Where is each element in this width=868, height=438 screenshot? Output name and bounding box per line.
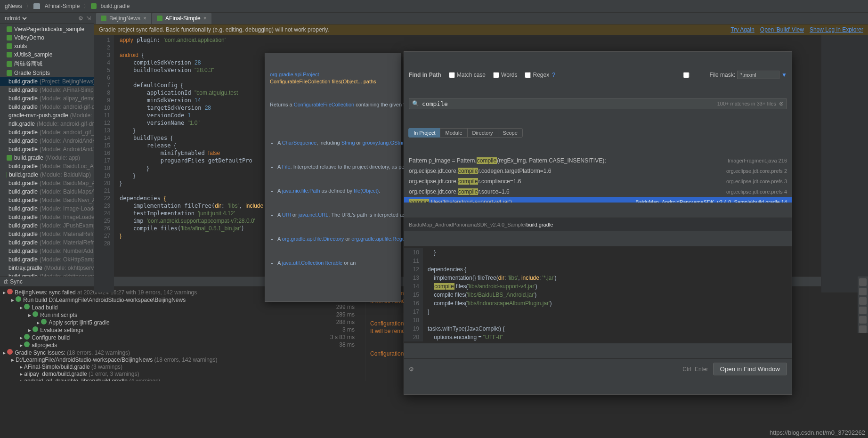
search-input[interactable] xyxy=(422,100,714,107)
results-list[interactable]: Pattern p_image = Pattern.compile(regEx_… xyxy=(404,155,792,203)
code-content[interactable]: apply plugin: 'com.android.application' … xyxy=(114,35,821,292)
try-again-link[interactable]: Try Again xyxy=(731,26,754,33)
tool-icon[interactable] xyxy=(859,288,867,295)
project-view-selector[interactable]: ndroid ⚙ ⇲ xyxy=(0,13,94,24)
gear-icon[interactable]: ⚙ xyxy=(78,15,83,22)
build-event-row[interactable]: ▸ Apply script ijinit5.gradle288 ms xyxy=(3,319,362,326)
open-find-window-button[interactable]: Open in Find Window xyxy=(713,363,787,375)
scope-in-project[interactable]: In Project xyxy=(408,128,440,138)
build-event-row[interactable]: ▸ allprojects38 ms xyxy=(3,341,362,349)
build-event-row[interactable]: ▸ Configure build3 s 83 ms xyxy=(3,334,362,341)
collapse-icon[interactable]: ⇲ xyxy=(86,15,91,22)
project-tree-item[interactable]: build.gradle (Module: BaiduMap) xyxy=(0,170,94,179)
project-tree-item[interactable]: build.gradle (Module: app) xyxy=(0,154,94,162)
close-icon[interactable]: × xyxy=(203,15,207,22)
tool-icon[interactable] xyxy=(859,325,867,333)
preview-pane[interactable]: 1011121314151617181920 } dependencies { … xyxy=(404,246,792,343)
sync-warning-text: Gradle project sync failed. Basic functi… xyxy=(99,26,329,33)
build-event-row[interactable]: ▸ Run init scripts289 ms xyxy=(3,311,362,319)
project-tree-item[interactable]: build.gradle (Module: MaterialRefresh xyxy=(0,230,94,238)
show-log-link[interactable]: Show Log in Explorer xyxy=(810,26,863,33)
build-event-row[interactable]: ▸ Gradle Sync Issues: (18 errors, 142 wa… xyxy=(3,349,362,357)
project-tree-item[interactable]: build.gradle (Module: NumberAddSub xyxy=(0,247,94,255)
project-tree-item[interactable]: build.gradle (Module: ImageLoader_lib xyxy=(0,213,94,221)
project-tree-item[interactable]: build.gradle (Module: AFinal-Simple) xyxy=(0,86,94,94)
project-tree-item[interactable]: build.gradle (Module: OkHttpSample) xyxy=(0,255,94,264)
project-tree-item[interactable]: Gradle Scripts xyxy=(0,69,94,77)
project-tree-item[interactable]: build.gradle (Module: BaiduMap_Andro xyxy=(0,179,94,187)
project-tree-item[interactable]: build.gradle (Module: MaterialRefresh xyxy=(0,238,94,247)
match-count: 100+ matches in 33+ files xyxy=(717,100,776,107)
search-result-row[interactable]: org.eclipse.jdt.core.compiler.compliance… xyxy=(404,176,792,187)
project-tree-item[interactable]: build.gradle (Module: AndroidAndJs) xyxy=(0,145,94,154)
success-icon xyxy=(24,304,30,309)
code-editor[interactable]: 1234567891011121314151617181920212223242… xyxy=(94,35,868,292)
search-result-row[interactable]: compile files('libs/android-support-v4.j… xyxy=(404,197,792,203)
gear-icon[interactable]: ⚙ xyxy=(409,365,414,373)
project-tree-item[interactable]: gradle-mvn-push.gradle (Module: and xyxy=(0,111,94,120)
bc-folder[interactable]: AFinal-Simple xyxy=(43,2,82,10)
filter-icon[interactable]: ▼ xyxy=(781,71,787,79)
doc-li: A java.nio.file.Path as defined by file(… xyxy=(277,187,396,195)
tool-icon[interactable] xyxy=(859,316,867,324)
breadcrumb: gNews 〉 AFinal-Simple 〉 build.gradle xyxy=(3,2,131,10)
scope-directory[interactable]: Directory xyxy=(467,128,498,138)
search-icon: 🔍 xyxy=(412,100,419,107)
clear-icon[interactable]: ⊗ xyxy=(779,100,784,107)
build-event-row[interactable]: ▸ alipay_demo/build.gradle (1 error, 3 w… xyxy=(3,371,362,378)
project-tree[interactable]: ViewPagerIndicator_sample VolleyDemo xut… xyxy=(0,24,94,276)
editor-tabs: BeijingNews× AFinal-Simple× xyxy=(94,13,868,24)
tool-icon[interactable] xyxy=(859,297,867,305)
build-event-row[interactable]: ▸ android_gif_drawable_library/build.gra… xyxy=(3,378,362,381)
project-tree-item[interactable]: build.gradle (Module: android-gif-draw xyxy=(0,103,94,111)
build-event-row[interactable]: ▸ D:/LearningFile/AndroidStudio-workspac… xyxy=(3,357,362,364)
match-case-checkbox[interactable]: Match case xyxy=(449,71,486,79)
gradle-file-icon xyxy=(7,26,12,32)
scope-tabs: In Project Module Directory Scope xyxy=(409,128,787,138)
bc-root[interactable]: gNews xyxy=(3,2,24,10)
project-tree-item[interactable]: build.gradle (Module: android_gif_draw xyxy=(0,128,94,137)
tab-beijingnews[interactable]: BeijingNews× xyxy=(96,13,151,24)
close-icon[interactable]: × xyxy=(143,15,146,22)
tool-icon[interactable] xyxy=(859,278,867,286)
tab-afinal-simple[interactable]: AFinal-Simple× xyxy=(152,13,211,24)
view-dropdown[interactable]: ndroid xyxy=(3,15,28,22)
words-checkbox[interactable]: Words xyxy=(493,71,517,79)
tool-icon[interactable] xyxy=(859,307,867,314)
build-event-row[interactable]: ▸ AFinal-Simple/build.gradle (3 warnings… xyxy=(3,364,362,371)
project-tree-item[interactable]: build.gradle (Module: Image-Loader-S xyxy=(0,204,94,213)
project-tree-item[interactable]: bintray.gradle (Module: okhttpserver) xyxy=(0,264,94,272)
project-tree-item[interactable]: build.gradle (Module: JPushExample(5 xyxy=(0,221,94,230)
project-tree-item[interactable]: build.gradle (Project: BeijingNews) xyxy=(0,77,94,86)
project-tree-item[interactable]: VolleyDemo xyxy=(0,33,94,42)
project-tree-item[interactable]: build.gradle (Module: okhttpserver) xyxy=(0,272,94,276)
search-result-row[interactable]: org.eclipse.jdt.core.compiler.codegen.ta… xyxy=(404,166,792,176)
scope-scope[interactable]: Scope xyxy=(498,128,523,138)
project-tree-item[interactable]: 尚硅谷商城 xyxy=(0,59,94,69)
project-tree-item[interactable]: build.gradle (Module: alipay_demo) xyxy=(0,94,94,103)
doc-li: A java.util.Collection Iterable or an xyxy=(277,260,396,267)
search-result-row[interactable]: Pattern p_image = Pattern.compile(regEx_… xyxy=(404,155,792,166)
search-field-wrapper: 🔍 100+ matches in 33+ files ⊗ xyxy=(409,98,787,109)
gradle-file-icon xyxy=(91,3,97,9)
project-tree-item[interactable]: ndk.gradle (Module: android-gif-draw xyxy=(0,120,94,128)
open-build-view-link[interactable]: Open 'Build' View xyxy=(760,26,804,33)
project-tree-item[interactable]: ViewPagerIndicator_sample xyxy=(0,25,94,33)
project-tree-item[interactable]: xUtils3_sample xyxy=(0,50,94,59)
project-tree-item[interactable]: build.gradle (Module: BaiduNavi_Andr xyxy=(0,196,94,204)
search-result-row[interactable]: org.eclipse.jdt.core.compiler.source=1.6… xyxy=(404,187,792,197)
project-tree-item[interactable]: xutils xyxy=(0,42,94,50)
build-event-row[interactable]: ▸ Evaluate settings3 ms xyxy=(3,326,362,334)
project-tree-item[interactable]: build.gradle (Module: BaiduLoc_Andro xyxy=(0,162,94,170)
documentation-popup: org.gradle.api.ProjectConfigurableFileCo… xyxy=(265,53,401,302)
build-event-row[interactable]: ▸ Load build299 ms xyxy=(3,304,362,311)
file-mask-input[interactable] xyxy=(737,71,779,79)
regex-checkbox[interactable]: Regex? xyxy=(525,71,555,79)
project-tree-item[interactable]: build.gradle (Module: BaiduMapsApiD xyxy=(0,187,94,196)
bc-file[interactable]: build.gradle xyxy=(98,2,131,10)
gradle-file-icon xyxy=(7,70,12,76)
minimap[interactable] xyxy=(821,35,868,292)
scope-module[interactable]: Module xyxy=(440,128,467,138)
project-tree-item[interactable]: build.gradle (Module: AndroidAndH5 xyxy=(0,137,94,145)
file-mask-checkbox[interactable]: File mask: xyxy=(665,71,735,79)
